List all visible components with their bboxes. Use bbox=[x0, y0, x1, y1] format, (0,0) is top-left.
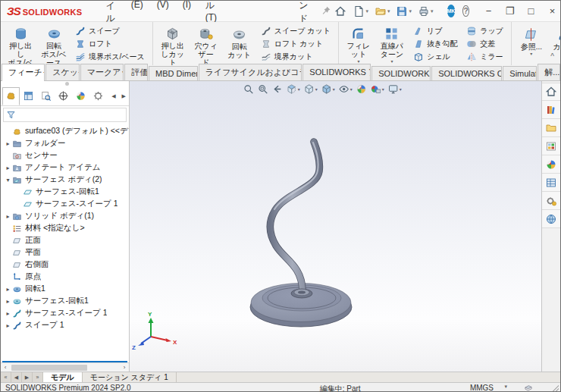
extrude-boss-button[interactable]: 押し出しボス/ベース bbox=[4, 24, 37, 64]
dropdown-caret-icon[interactable]: ▾ bbox=[387, 8, 390, 14]
scroll-right-icon[interactable]: › bbox=[120, 364, 129, 371]
tab-2[interactable]: マークアップ bbox=[80, 64, 124, 80]
home-button[interactable] bbox=[331, 4, 349, 19]
tab-6[interactable]: SOLIDWORKS アドイン bbox=[302, 64, 371, 80]
expand-arrow-icon[interactable]: ▸ bbox=[4, 322, 12, 329]
shell-button[interactable]: シェル bbox=[410, 50, 460, 63]
addins-tab[interactable] bbox=[542, 192, 560, 210]
new-file-button[interactable]: ▾ bbox=[349, 4, 371, 19]
custom-properties-tab[interactable] bbox=[542, 174, 560, 192]
tab-0[interactable]: フィーチャー bbox=[2, 64, 45, 81]
wrap-button[interactable]: ラップ bbox=[463, 24, 506, 37]
tree-item-3[interactable]: ▸アノテート アイテム bbox=[1, 162, 129, 174]
rib-button[interactable]: リブ bbox=[410, 24, 460, 37]
help-button[interactable]: ? bbox=[462, 5, 469, 17]
expand-arrow-icon[interactable]: ▸ bbox=[4, 213, 12, 220]
display-manager-tab[interactable] bbox=[72, 87, 89, 105]
expand-arrow-icon[interactable]: ▸ bbox=[4, 298, 12, 305]
home-tab[interactable] bbox=[542, 83, 560, 101]
tree-filter[interactable] bbox=[3, 108, 127, 122]
open-file-button[interactable]: ▾ bbox=[371, 4, 393, 19]
tab-5[interactable]: ライフサイクルおよびコラボレーション bbox=[199, 64, 302, 80]
tab-nav-3[interactable]: » bbox=[33, 372, 43, 382]
reference-geometry-button[interactable]: 参照...▾ bbox=[515, 24, 548, 64]
maximize-button[interactable]: □ bbox=[521, 3, 542, 20]
hole-wizard-button[interactable]: 穴ウィザード▾ bbox=[190, 24, 223, 64]
view-palette-tab[interactable] bbox=[542, 137, 560, 155]
rollback-bar[interactable] bbox=[2, 361, 127, 362]
file-explorer-tab[interactable] bbox=[542, 119, 560, 137]
units-caret-icon[interactable]: ▾ bbox=[504, 384, 507, 390]
tree-item-11[interactable]: 右側面 bbox=[1, 259, 129, 271]
tree-item-16[interactable]: ▸スイープ 1 bbox=[1, 319, 129, 331]
expand-arrow-icon[interactable]: ▸ bbox=[4, 286, 12, 293]
cam-tree-tab[interactable] bbox=[89, 87, 107, 105]
boundary-button[interactable]: 境界ボス/ベース bbox=[72, 50, 148, 63]
tree-item-5[interactable]: サーフェス-回転1 bbox=[1, 186, 129, 198]
dimxpert-tab[interactable] bbox=[55, 87, 72, 105]
minimize-button[interactable]: − bbox=[478, 3, 500, 20]
tree-item-8[interactable]: 材料 <指定なし> bbox=[1, 222, 129, 234]
close-button[interactable]: × bbox=[542, 3, 561, 20]
tab-8[interactable]: SOLIDWORKS CAM TBM bbox=[431, 66, 502, 80]
model-canvas[interactable]: Y X Z bbox=[130, 81, 541, 372]
print-button[interactable]: ▾ bbox=[415, 4, 437, 19]
intersect-button[interactable]: 交差 bbox=[463, 37, 506, 50]
pin-menu-icon[interactable] bbox=[321, 5, 331, 18]
tree-item-4[interactable]: ▾サーフェス ボディ(2) bbox=[1, 174, 129, 186]
tab-9[interactable]: Simulat... bbox=[503, 66, 537, 80]
tab-10[interactable]: 解... bbox=[537, 64, 560, 80]
extrude-cut-button[interactable]: 押し出しカット bbox=[156, 24, 190, 64]
user-avatar[interactable]: MK bbox=[447, 5, 456, 17]
tab-nav-0[interactable]: « bbox=[1, 372, 11, 382]
draft-button[interactable]: 抜き勾配 bbox=[410, 37, 460, 50]
panel-scroll-right-icon[interactable]: ▶ bbox=[119, 91, 129, 102]
appearances-tab[interactable] bbox=[542, 155, 560, 174]
feature-manager-tab[interactable] bbox=[2, 87, 20, 105]
tree-item-13[interactable]: ▸回転1 bbox=[1, 283, 129, 295]
expand-arrow-icon[interactable]: ▸ bbox=[4, 310, 12, 317]
tab-3[interactable]: 評価 bbox=[124, 64, 148, 80]
model-tab-1[interactable]: モーション スタディ 1 bbox=[83, 372, 177, 382]
dropdown-caret-icon[interactable]: ▾ bbox=[530, 52, 532, 56]
units-selector[interactable]: MMGS bbox=[470, 384, 494, 392]
save-button[interactable]: ▾ bbox=[393, 4, 415, 19]
graphics-viewport[interactable]: ▾▾▾▾▾▾ bbox=[130, 81, 541, 372]
revolve-boss-button[interactable]: 回転ボス/ベース bbox=[37, 24, 71, 64]
ribbon-collapse-chevron[interactable]: ^ bbox=[550, 52, 554, 61]
tab-7[interactable]: SOLIDWORKS CAM bbox=[371, 66, 431, 80]
tree-item-1[interactable]: ▸フォルダー bbox=[1, 137, 129, 149]
loft-cut-button[interactable]: ロフト カット bbox=[258, 37, 334, 50]
model-tab-0[interactable]: モデル bbox=[43, 372, 83, 382]
boundary-cut-button[interactable]: 境界カット bbox=[258, 50, 334, 63]
sweep-cut-button[interactable]: スイープ カット bbox=[258, 24, 334, 37]
linear-pattern-button[interactable]: 直線パターン▾ bbox=[375, 24, 409, 64]
tree-item-9[interactable]: 正面 bbox=[1, 234, 129, 246]
panel-collapse-handle[interactable] bbox=[65, 82, 69, 86]
tree-item-2[interactable]: センサー bbox=[1, 149, 129, 162]
panel-horizontal-scrollbar[interactable]: ‹ › bbox=[1, 362, 129, 372]
tree-item-0[interactable]: surface03 (デフォルト) <<デフォルト>_表示 bbox=[1, 125, 129, 137]
tab-nav-1[interactable]: ◀ bbox=[11, 372, 22, 382]
tree-item-7[interactable]: ▸ソリッド ボディ(1) bbox=[1, 210, 129, 222]
dropdown-caret-icon[interactable]: ▾ bbox=[409, 8, 412, 14]
tree-item-6[interactable]: サーフェス-スイープ 1 bbox=[1, 198, 129, 210]
expand-arrow-icon[interactable]: ▾ bbox=[4, 177, 12, 183]
dropdown-caret-icon[interactable]: ▾ bbox=[390, 59, 393, 64]
restore-button[interactable]: ❐ bbox=[500, 3, 521, 20]
status-tag-icon[interactable] bbox=[524, 384, 533, 392]
design-library-tab[interactable] bbox=[542, 101, 560, 119]
fillet-button[interactable]: フィレット▾ bbox=[342, 24, 375, 64]
scrollbar-thumb[interactable] bbox=[11, 365, 87, 371]
panel-scroll-left-icon[interactable]: ◀ bbox=[108, 91, 118, 102]
property-manager-tab[interactable] bbox=[20, 87, 37, 105]
tree-item-12[interactable]: 原点 bbox=[1, 271, 129, 283]
tab-nav-2[interactable]: ▶ bbox=[22, 372, 33, 382]
resize-grip[interactable] bbox=[553, 385, 559, 391]
lamp-base-model[interactable] bbox=[250, 142, 352, 327]
scroll-left-icon[interactable]: ‹ bbox=[1, 364, 10, 371]
dropdown-caret-icon[interactable]: ▾ bbox=[365, 8, 368, 14]
tab-4[interactable]: MBD Dimension bbox=[149, 66, 198, 80]
tree-item-15[interactable]: ▸サーフェス-スイープ 1 bbox=[1, 307, 129, 319]
tab-1[interactable]: スケッチ bbox=[45, 64, 79, 80]
